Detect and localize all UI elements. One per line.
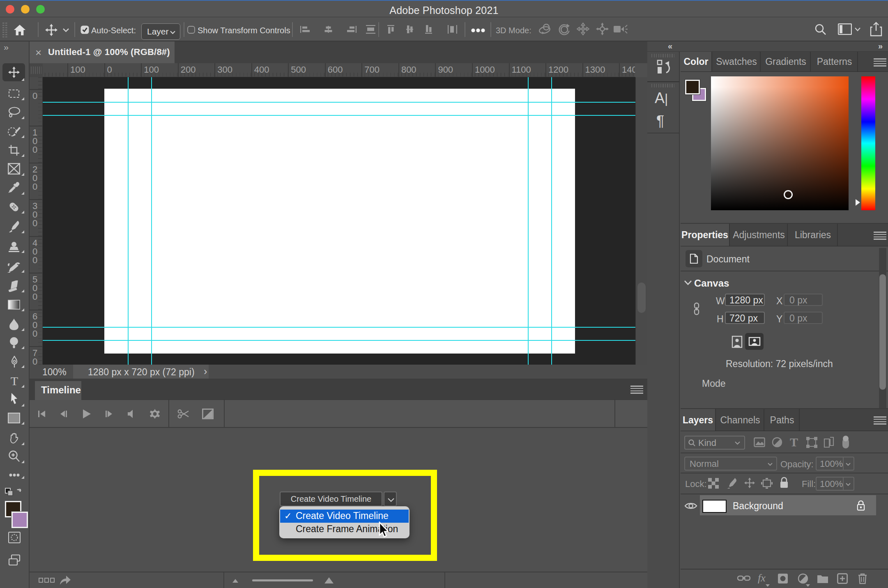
- svg-text:T: T: [11, 375, 18, 387]
